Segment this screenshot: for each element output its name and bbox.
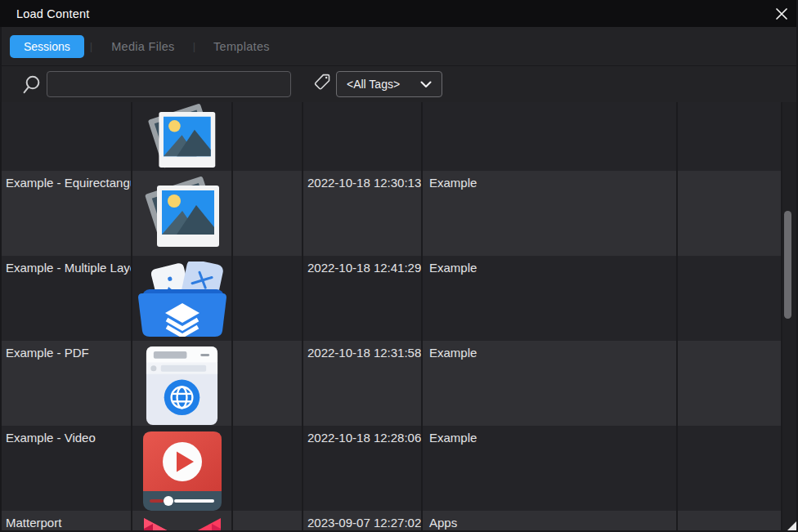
- resize-grip[interactable]: [787, 521, 796, 530]
- session-date: [303, 102, 423, 171]
- search-input[interactable]: [47, 71, 291, 97]
- titlebar: Load Content: [0, 0, 798, 27]
- chevron-down-icon: [420, 81, 432, 88]
- session-thumbnail: [132, 256, 233, 341]
- session-tags: Example: [423, 256, 678, 341]
- session-tags: Apps: [423, 511, 678, 532]
- dialog-border: [0, 27, 2, 532]
- tab-bar: Sessions | Media Files | Templates: [0, 27, 798, 66]
- empty-cell: [233, 511, 303, 532]
- session-thumbnail: [132, 426, 233, 511]
- tab-sessions[interactable]: Sessions: [10, 35, 84, 58]
- tab-templates[interactable]: Templates: [213, 40, 270, 53]
- session-date: 2022-10-18 12:28:06: [303, 426, 423, 511]
- session-date: 2022-10-18 12:41:29: [303, 256, 423, 341]
- session-name: [0, 102, 132, 171]
- session-name: Example - Multiple Laye: [0, 256, 132, 341]
- empty-cell: [678, 341, 782, 426]
- search-icon: [22, 74, 41, 96]
- vertical-scrollbar-thumb[interactable]: [784, 211, 791, 319]
- session-date: 2022-10-18 12:30:13: [303, 171, 423, 256]
- tag-filter-dropdown[interactable]: <All Tags>: [336, 71, 442, 97]
- vertical-scrollbar-track[interactable]: [782, 102, 796, 532]
- table-row[interactable]: Example - Video 2022-10-18 12:28:06 Exam…: [0, 426, 782, 511]
- empty-cell: [233, 426, 303, 511]
- empty-cell: [233, 256, 303, 341]
- tab-separator: |: [90, 40, 92, 52]
- session-name: Matterport: [0, 511, 132, 532]
- close-icon: [775, 7, 788, 20]
- tag-filter-value: <All Tags>: [347, 78, 400, 91]
- empty-cell: [678, 102, 782, 171]
- empty-cell: [678, 511, 782, 532]
- session-name: Example - Video: [0, 426, 132, 511]
- empty-cell: [678, 171, 782, 256]
- session-thumbnail: [132, 511, 233, 532]
- session-tags: Example: [423, 426, 678, 511]
- empty-cell: [233, 102, 303, 171]
- session-thumbnail: [132, 171, 233, 256]
- session-name: Example - PDF: [0, 341, 132, 426]
- session-tags: Example: [423, 171, 678, 256]
- empty-cell: [233, 341, 303, 426]
- tab-media-files[interactable]: Media Files: [111, 40, 174, 53]
- filter-bar: <All Tags>: [0, 67, 798, 102]
- dialog-title: Load Content: [16, 7, 89, 20]
- session-thumbnail: [132, 341, 233, 426]
- session-name: Example - Equirectangu: [0, 171, 132, 256]
- browser-globe-icon: [143, 346, 221, 425]
- session-tags: [423, 102, 678, 171]
- table-row[interactable]: Example - PDF 2022-10-18 12:31:58 Exampl…: [0, 341, 782, 426]
- close-button[interactable]: [774, 7, 789, 21]
- empty-cell: [678, 426, 782, 511]
- session-thumbnail: [132, 102, 233, 171]
- load-content-dialog: Load Content Sessions | Media Files | Te…: [0, 0, 798, 532]
- session-date: 2023-09-07 12:27:02: [303, 511, 423, 532]
- tab-separator: |: [193, 40, 195, 52]
- tag-icon: [313, 73, 332, 92]
- table-row[interactable]: Matterport 2023-09-07 12:27:02 Apps: [0, 511, 782, 532]
- sessions-table: Example - Equirectangu 2022-10-18 12:30:…: [0, 102, 782, 532]
- layers-folder-icon: [136, 262, 229, 337]
- session-date: 2022-10-18 12:31:58: [303, 341, 423, 426]
- photos-icon: [146, 104, 217, 169]
- photos-icon: [143, 177, 222, 248]
- table-row[interactable]: [0, 102, 782, 171]
- video-player-icon: [143, 431, 222, 511]
- empty-cell: [233, 171, 303, 256]
- table-row[interactable]: Example - Multiple Laye 2022-10-18 12:41…: [0, 256, 782, 341]
- empty-cell: [678, 256, 782, 341]
- table-row[interactable]: Example - Equirectangu 2022-10-18 12:30:…: [0, 171, 782, 256]
- session-tags: Example: [423, 341, 678, 426]
